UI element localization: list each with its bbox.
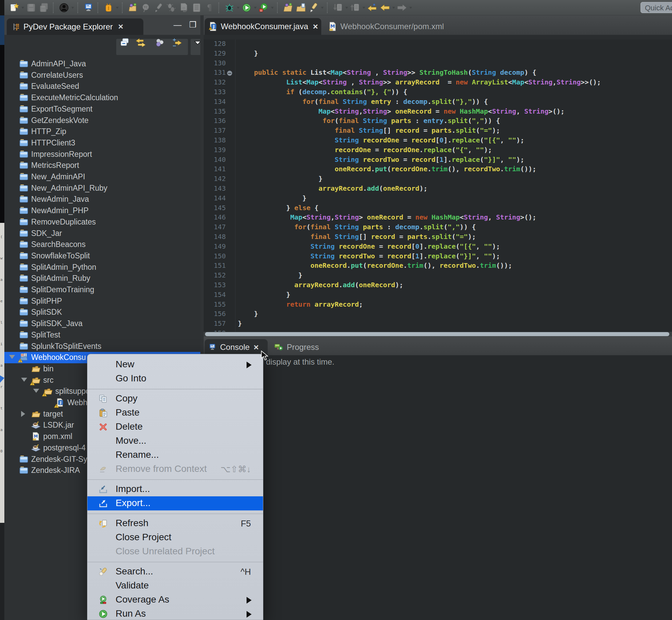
tree-item-splittest[interactable]: SplitTest [4,329,200,341]
jar-icon [31,444,41,452]
account-icon[interactable] [58,2,70,13]
background-text-fragment: w [0,256,3,260]
menu-item-run-as[interactable]: Run As [88,607,263,620]
tree-item-metricsreport[interactable]: MetricsReport [4,160,200,171]
menu-item-rename[interactable]: Rename... [88,448,263,462]
tree-item-evaluateseed[interactable]: EvaluateSeed [4,81,200,92]
menu-item-import[interactable]: Import... [88,482,263,496]
run-icon[interactable] [241,2,252,13]
code-area[interactable]: 128129 }130131 public static List<Map<St… [204,40,672,332]
account-dropdown-icon[interactable] [70,2,75,13]
tree-item-label: splitsuppo [55,387,90,396]
menu-item-delete[interactable]: Delete [88,420,263,434]
profile-icon[interactable] [258,2,269,13]
menu-item-label: Search... [116,566,153,577]
open-folder-balls-icon[interactable] [282,2,294,13]
tree-item-exporttosegment[interactable]: ExportToSegment [4,104,200,115]
profile-dropdown-icon[interactable] [270,2,274,13]
tree-item-sdk-jar[interactable]: SDK_Jar [4,228,200,239]
spheres-icon[interactable] [154,37,165,49]
tree-item-executemetriccalculation[interactable]: ExecuteMetricCalculation [4,92,200,104]
gutter-divider [235,40,235,332]
collapse-all-icon[interactable] [119,37,130,49]
bug-dark-icon[interactable] [224,2,235,13]
console-tab-close-icon[interactable]: × [254,342,259,353]
tree-item-new-adminapi-ruby[interactable]: New_AdminAPI_Ruby [4,183,200,194]
code-line-140: 140 String recordTwo = record[1].replace… [204,155,672,165]
tree-item-searchbeacons[interactable]: SearchBeacons [4,239,200,250]
menu-item-validate[interactable]: Validate [88,579,263,593]
menu-item-copy[interactable]: Copy [88,392,263,406]
editor-tab-close-icon[interactable]: × [313,21,318,32]
checkstyle-dropdown-icon[interactable] [115,2,119,13]
refresh-icon [99,519,108,528]
tree-item-adminapi-java[interactable]: AdminAPI_Java [4,58,200,70]
tree-item-getzendeskvote[interactable]: GetZendeskVote [4,115,200,126]
tree-item-newadmin-php[interactable]: NewAdmin_PHP [4,205,200,216]
collapse-arrow-icon[interactable] [21,378,27,382]
tree-item-removeduplicates[interactable]: RemoveDuplicates [4,216,200,228]
focus-icon[interactable] [171,37,182,49]
marker-dropdown-icon[interactable] [320,2,324,13]
maximize-view-icon[interactable]: ❒ [189,20,197,30]
fold-marker-icon[interactable] [227,71,232,76]
menu-item-new[interactable]: New [88,358,263,372]
code-line-142: 142 } [204,174,672,184]
tree-item-impressionreport[interactable]: ImpressionReport [4,149,200,160]
tab-pom-xml[interactable]: M WebhookConsumer/pom.xml [328,18,444,35]
tree-item-splitadmin-python[interactable]: SplitAdmin_Python [4,262,200,273]
link-editor-icon[interactable] [135,37,147,49]
tree-item-splitadmin-ruby[interactable]: SplitAdmin_Ruby [4,273,200,284]
tree-item-snowflaketosplit[interactable]: SnowflakeToSplit [4,250,200,262]
scrollbar-thumb[interactable] [205,332,669,336]
tree-item-http-zip[interactable]: HTTP_Zip [4,126,200,138]
tab-progress[interactable]: Progress [274,339,319,355]
menu-item-export[interactable]: Export... [88,496,263,510]
menu-item-refresh[interactable]: RefreshF5 [88,516,263,530]
import-folder-icon[interactable] [127,2,139,13]
tree-item-splunktosplitevents[interactable]: SplunkToSplitEvents [4,341,200,352]
expand-arrow-icon[interactable] [21,411,25,417]
code-text: if (decomp.contains("}, {")) { [238,88,407,96]
tree-item-correlateusers[interactable]: CorrelateUsers [4,70,200,81]
back-star-icon[interactable] [367,2,378,13]
menu-item-close-project[interactable]: Close Project [88,530,263,545]
back-icon[interactable] [379,2,391,13]
tab-pydev-package-explorer[interactable]: PyDev Package Explorer × [7,18,144,35]
tree-item-newadmin-java[interactable]: NewAdmin_Java [4,194,200,205]
console-view-icon[interactable] [83,2,94,13]
line-number: 146 [204,213,226,221]
tree-item-splitphp[interactable]: SplitPHP [4,296,200,307]
folder-clipboard-icon[interactable] [295,2,306,13]
menu-item-search[interactable]: Search...^H [88,565,263,579]
code-text: for(final String entry : decomp.split("}… [238,98,488,106]
checkstyle-icon[interactable] [103,2,114,13]
console-panel: Console × Progress display at this time. [204,337,672,620]
menu-item-go-into[interactable]: Go Into [88,372,263,386]
main-toolbar: TC¶ [4,0,672,15]
menu-item-coverage-as[interactable]: Coverage As [88,593,263,607]
menu-item-move[interactable]: Move... [88,434,263,448]
new-wizard-icon[interactable] [8,2,20,13]
tree-item-httpclient3[interactable]: HTTPClient3 [4,138,200,149]
explorer-tab-close-icon[interactable]: × [118,21,123,32]
menu-item-paste[interactable]: Paste [88,406,263,420]
line-number: 139 [204,146,226,154]
tree-item-splitsdk-java[interactable]: SplitSDK_Java [4,318,200,329]
folder-blue-icon [19,330,29,339]
collapse-arrow-icon[interactable] [9,355,15,359]
tree-item-splitdemotraining[interactable]: SplitDemoTraining [4,284,200,296]
tree-item-splitsdk[interactable]: SplitSDK [4,307,200,318]
tab-console[interactable]: Console × [205,339,268,355]
minimize-view-icon[interactable]: — [173,20,181,30]
new-wizard-dropdown-icon[interactable] [20,2,25,13]
marker-icon[interactable] [308,2,319,13]
tab-webhookconsumer-java[interactable]: J WebhookConsumer.java × [205,18,321,35]
back-dropdown-icon[interactable] [391,2,396,13]
collapse-arrow-icon[interactable] [33,389,39,393]
horizontal-scrollbar[interactable] [204,332,672,337]
quick-access-field[interactable]: Quick Ac [640,2,672,13]
run-dropdown-icon[interactable] [253,2,257,13]
bug-dark-dropdown-icon[interactable] [236,2,240,13]
tree-item-new-adminapi[interactable]: New_AdminAPI [4,171,200,183]
